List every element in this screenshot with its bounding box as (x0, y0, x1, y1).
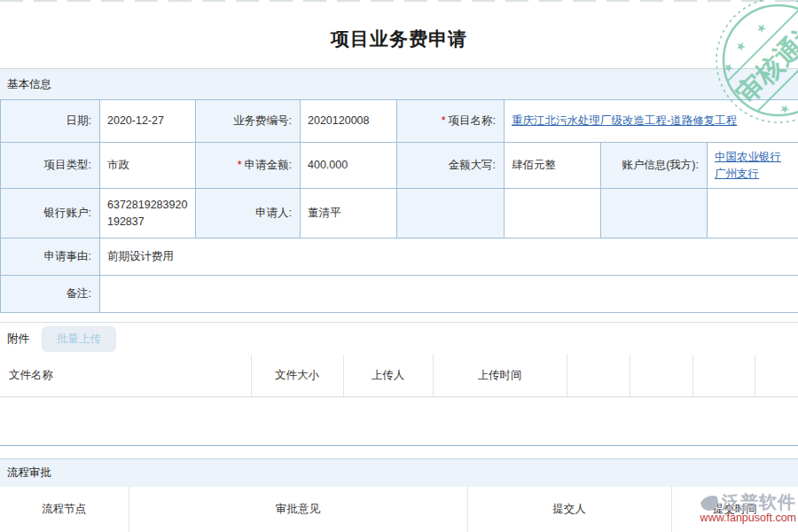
col-header-upload-time: 上传时间 (433, 355, 567, 396)
fee-no-label: 业务费编号: (196, 100, 301, 143)
account-info-cell: 中国农业银行广州支行 (708, 143, 798, 189)
account-info-link[interactable]: 中国农业银行广州支行 (715, 151, 781, 179)
amount-caps-value: 肆佰元整 (505, 143, 601, 189)
table-row: 申请事由: 前期设计费用 (1, 239, 798, 276)
vendor-logo: 泛普软件 www.fanpusoft.com (700, 492, 796, 525)
empty-value-cell (505, 189, 601, 239)
col-header-empty (630, 355, 692, 396)
section-approval-label: 流程审批 (7, 466, 51, 481)
section-basic-info-label: 基本信息 (7, 77, 51, 92)
reason-value: 前期设计费用 (100, 239, 798, 276)
date-label: 日期: (1, 100, 100, 143)
fanpu-logo-icon (700, 492, 719, 512)
remark-label: 备注: (1, 276, 100, 313)
page-title: 项目业务费申请 (0, 27, 798, 51)
table-row: 文件名称 文件大小 上传人 上传时间 (0, 355, 798, 396)
col-header-empty (692, 355, 755, 396)
col-header-empty (755, 355, 798, 396)
col-header-empty (567, 355, 630, 396)
table-row: 流程节点 审批意见 提交人 提交时间 (0, 487, 798, 532)
table-row: 银行账户: 6372819283920192837 申请人: 董清平 (1, 189, 798, 239)
project-type-value: 市政 (100, 143, 196, 189)
horizontal-divider (0, 445, 798, 446)
account-info-label: 账户信息(我方): (601, 143, 708, 189)
col-header-file-size: 文件大小 (251, 355, 343, 396)
amount-label: *申请金额: (196, 143, 301, 189)
col-header-flow-node: 流程节点 (0, 487, 129, 532)
vendor-url: www.fanpusoft.com (700, 512, 796, 525)
bank-account-value: 6372819283920192837 (100, 189, 196, 239)
table-row: 备注: (1, 276, 798, 313)
basic-info-table: 日期: 2020-12-27 业务费编号: 2020120008 *项目名称: … (0, 99, 798, 313)
project-name-label: *项目名称: (397, 100, 505, 143)
empty-value-cell (708, 189, 798, 239)
applicant-value: 董清平 (301, 189, 397, 239)
col-header-uploader: 上传人 (343, 355, 433, 396)
batch-upload-button[interactable]: 批量上传 (42, 326, 116, 352)
table-row: 项目类型: 市政 *申请金额: 400.000 金额大写: 肆佰元整 账户信息(… (1, 143, 798, 189)
top-dashed-border (0, 0, 798, 2)
bank-account-label: 银行账户: (1, 189, 100, 239)
approval-table-header: 流程节点 审批意见 提交人 提交时间 (0, 487, 798, 532)
empty-label-cell (601, 189, 708, 239)
col-header-file-name: 文件名称 (0, 355, 251, 396)
remark-value (100, 276, 798, 313)
date-value: 2020-12-27 (100, 100, 196, 143)
attachments-toolbar: 附件 批量上传 (0, 322, 798, 355)
project-type-label: 项目类型: (1, 143, 100, 189)
applicant-label: 申请人: (196, 189, 301, 239)
required-asterisk: * (238, 159, 242, 171)
required-asterisk: * (442, 114, 446, 127)
project-name-link[interactable]: 重庆江北污水处理厂级改造工程-道路修复工程 (512, 114, 737, 127)
amount-caps-label: 金额大写: (397, 143, 505, 189)
attachments-section-label: 附件 (7, 332, 29, 347)
col-header-submitter: 提交人 (467, 487, 671, 532)
empty-label-cell (397, 189, 505, 239)
table-row: 日期: 2020-12-27 业务费编号: 2020120008 *项目名称: … (1, 100, 798, 143)
attachments-table-header: 文件名称 文件大小 上传人 上传时间 (0, 355, 798, 397)
col-header-approval-opinion: 审批意见 (129, 487, 467, 532)
project-name-cell: 重庆江北污水处理厂级改造工程-道路修复工程 (505, 100, 798, 143)
reason-label: 申请事由: (1, 239, 100, 276)
amount-value: 400.000 (301, 143, 397, 189)
vendor-name: 泛普软件 (722, 492, 796, 512)
fee-no-value: 2020120008 (301, 100, 397, 143)
section-header-approval: 流程审批 (0, 458, 798, 487)
section-header-basic-info: 基本信息 (0, 68, 798, 99)
